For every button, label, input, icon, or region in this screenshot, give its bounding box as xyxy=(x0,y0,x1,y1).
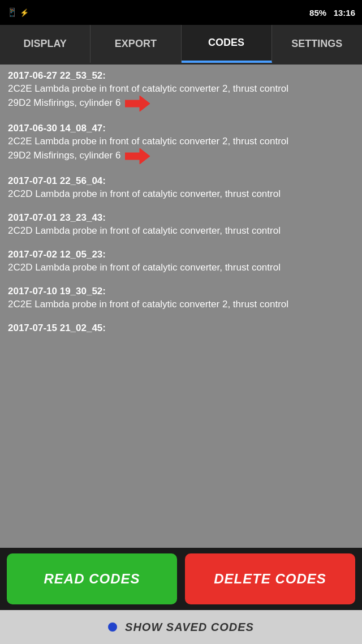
battery-level: 85% xyxy=(309,8,326,18)
code-line: 2C2D Lambda probe in front of catalytic … xyxy=(8,261,354,274)
code-entry: 2017-07-15 21_02_45: xyxy=(8,323,354,334)
code-entry: 2017-07-01 23_23_43:2C2D Lambda probe in… xyxy=(8,212,354,238)
arrow-icon xyxy=(125,148,150,164)
code-timestamp: 2017-07-01 22_56_04: xyxy=(8,175,354,187)
code-timestamp: 2017-07-10 19_30_52: xyxy=(8,286,354,297)
show-saved-bar[interactable]: SHOW SAVED CODES xyxy=(0,610,362,644)
code-timestamp: 2017-07-01 23_23_43: xyxy=(8,212,354,224)
code-line: 2C2E Lambda probe in front of catalytic … xyxy=(8,298,354,311)
code-timestamp: 2017-06-27 22_53_52: xyxy=(8,70,354,81)
code-line: 2C2D Lambda probe in front of catalytic … xyxy=(8,225,354,238)
code-line: 2C2E Lambda probe in front of catalytic … xyxy=(8,83,354,96)
phone-icon: 📱 xyxy=(7,7,18,18)
clock: 13:16 xyxy=(334,8,355,18)
svg-marker-1 xyxy=(125,148,150,164)
code-entry: 2017-07-02 12_05_23:2C2D Lambda probe in… xyxy=(8,249,354,274)
code-line: 2C2D Lambda probe in front of catalytic … xyxy=(8,188,354,201)
code-entry: 2017-07-10 19_30_52:2C2E Lambda probe in… xyxy=(8,286,354,311)
delete-codes-button[interactable]: DELETE CODES xyxy=(185,553,355,604)
code-line: 29D2 Misfirings, cylinder 6 xyxy=(8,96,354,111)
status-bar: 📱 ⚡ 85% 13:16 xyxy=(0,0,362,25)
tab-display[interactable]: DISPLAY xyxy=(0,25,90,63)
tab-codes[interactable]: CODES xyxy=(182,25,272,63)
code-line: 2C2E Lambda probe in front of catalytic … xyxy=(8,135,354,148)
code-entry: 2017-07-01 22_56_04:2C2D Lambda probe in… xyxy=(8,175,354,201)
tab-bar: DISPLAY EXPORT CODES SETTINGS xyxy=(0,25,362,65)
bluetooth-icon: ⚡ xyxy=(20,8,29,17)
code-timestamp: 2017-07-15 21_02_45: xyxy=(8,323,354,334)
tab-settings[interactable]: SETTINGS xyxy=(272,25,362,63)
tab-export[interactable]: EXPORT xyxy=(90,25,181,63)
codes-list: 2017-06-27 22_53_52:2C2E Lambda probe in… xyxy=(0,65,362,548)
code-entry: 2017-06-30 14_08_47:2C2E Lambda probe in… xyxy=(8,123,354,164)
svg-marker-0 xyxy=(125,96,150,111)
arrow-icon xyxy=(125,96,150,111)
read-codes-button[interactable]: READ CODES xyxy=(7,553,177,604)
status-time-battery: 85% 13:16 xyxy=(309,8,355,18)
saved-dot-icon xyxy=(108,622,117,632)
status-icons: 📱 ⚡ xyxy=(7,7,29,18)
code-timestamp: 2017-07-02 12_05_23: xyxy=(8,249,354,260)
show-saved-label: SHOW SAVED CODES xyxy=(125,621,254,634)
code-entry: 2017-06-27 22_53_52:2C2E Lambda probe in… xyxy=(8,70,354,111)
action-buttons: READ CODES DELETE CODES xyxy=(0,548,362,610)
code-timestamp: 2017-06-30 14_08_47: xyxy=(8,123,354,134)
code-line: 29D2 Misfirings, cylinder 6 xyxy=(8,148,354,164)
